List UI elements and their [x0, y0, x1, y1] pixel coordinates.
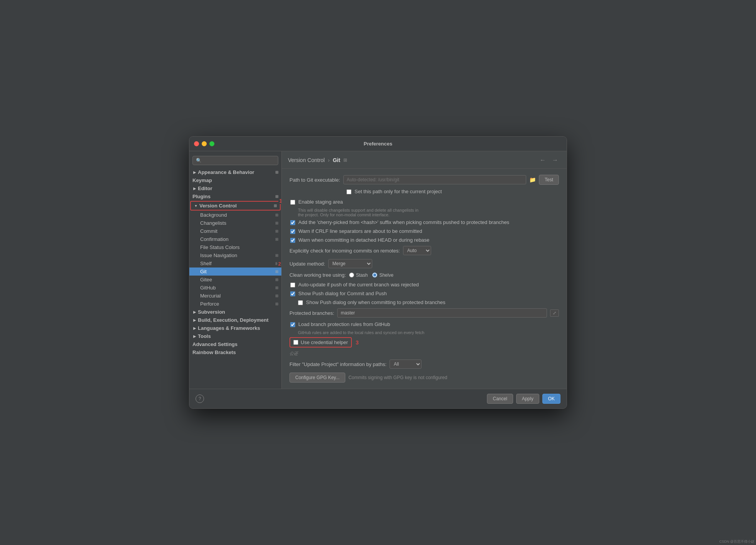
sidebar-item-label: Editor	[198, 186, 212, 191]
chevron-right-icon: ▶	[192, 334, 196, 338]
radio-shelve-input[interactable]	[372, 272, 377, 278]
path-input-wrap: 📁	[343, 175, 536, 184]
sidebar-item-confirmation[interactable]: Confirmation ⊞	[189, 235, 281, 243]
cherry-pick-checkbox[interactable]	[290, 220, 295, 225]
load-protection-row: Load branch protection rules from GitHub	[289, 321, 559, 327]
sidebar-item-issue-navigation[interactable]: Issue Navigation ⊞	[189, 251, 281, 259]
path-label: Path to Git executable:	[289, 177, 340, 183]
sidebar-item-github[interactable]: GitHub ⊞	[189, 284, 281, 292]
minimize-button[interactable]	[202, 141, 207, 146]
grid-icon: ⊞	[275, 237, 278, 241]
nav-arrows: ← →	[537, 156, 560, 164]
clean-tree-label: Clean working tree using:	[289, 272, 346, 278]
sidebar-item-plugins[interactable]: Plugins ⊞	[189, 192, 281, 201]
radio-shelve-label: Shelve	[379, 272, 393, 278]
sidebar-item-label: Background	[200, 212, 227, 218]
sidebar-item-commit[interactable]: Commit ⊞	[189, 227, 281, 235]
sidebar-item-label: Languages & Frameworks	[198, 325, 260, 331]
annotation-1: 1	[278, 198, 282, 204]
search-input[interactable]	[203, 158, 275, 163]
chevron-down-icon: ▼	[194, 204, 198, 208]
chevron-right-icon: ▶	[192, 310, 196, 314]
sidebar-item-shelf[interactable]: Shelf ⊞	[189, 259, 281, 267]
grid-icon: ⊞	[275, 269, 278, 274]
warn-crlf-checkbox[interactable]	[290, 229, 295, 234]
forward-arrow[interactable]: →	[550, 156, 560, 164]
breadcrumb-parent[interactable]: Version Control	[288, 157, 325, 163]
sidebar-item-rainbow-brackets[interactable]: Rainbow Brackets	[189, 348, 281, 356]
sidebar-item-label: Issue Navigation	[200, 252, 237, 258]
sidebar-item-gitee[interactable]: Gitee ⊞	[189, 276, 281, 284]
sidebar-item-label: Build, Execution, Deployment	[198, 317, 268, 323]
sidebar-item-tools[interactable]: ▶ Tools	[189, 332, 281, 340]
enable-staging-checkbox[interactable]	[290, 200, 295, 205]
sidebar-item-label: Plugins	[192, 194, 211, 199]
update-method-select[interactable]: Merge Rebase Branch Default	[328, 259, 372, 268]
grid-icon: ⊞	[275, 229, 278, 233]
ok-button[interactable]: OK	[542, 394, 560, 404]
use-credential-checkbox[interactable]	[293, 340, 298, 345]
sidebar-item-build-execution[interactable]: ▶ Build, Execution, Deployment	[189, 316, 281, 324]
sidebar-item-editor[interactable]: ▶ Editor	[189, 184, 281, 192]
warn-detached-label: Warn when committing in detached HEAD or…	[298, 237, 430, 243]
cancel-button[interactable]: Cancel	[487, 394, 513, 404]
back-arrow[interactable]: ←	[537, 156, 548, 164]
credential-helper-box: Use credential helper 3	[289, 337, 352, 348]
enable-staging-label: Enable staging area	[298, 199, 343, 205]
use-credential-label: Use credential helper	[301, 339, 348, 345]
test-button[interactable]: Test	[539, 175, 559, 185]
titlebar: Preferences	[189, 137, 567, 151]
apply-button[interactable]: Apply	[516, 394, 539, 404]
warn-detached-checkbox[interactable]	[290, 238, 295, 243]
sidebar-item-advanced-settings[interactable]: Advanced Settings	[189, 340, 281, 348]
sidebar-item-label: Git	[200, 269, 207, 274]
sidebar-item-label: Tools	[198, 333, 211, 339]
settings-content: Path to Git executable: 📁 Test Set this …	[282, 169, 567, 389]
maximize-button[interactable]	[209, 141, 214, 146]
radio-stash-input[interactable]	[349, 272, 354, 278]
sidebar-item-perforce[interactable]: Perforce ⊞	[189, 300, 281, 308]
explicit-check-select[interactable]: Auto Always Never	[403, 246, 431, 255]
load-protection-checkbox[interactable]	[290, 322, 295, 327]
traffic-lights	[194, 141, 214, 146]
expand-button[interactable]: ⤢	[550, 309, 559, 317]
sidebar-item-keymap[interactable]: Keymap	[189, 176, 281, 184]
sidebar-item-background[interactable]: Background ⊞	[189, 211, 281, 219]
sidebar-item-appearance[interactable]: ▶ Appearance & Behavior ⊞	[189, 168, 281, 176]
sidebar-item-git[interactable]: Git ⊞	[189, 267, 281, 276]
sidebar-item-subversion[interactable]: ▶ Subversion	[189, 308, 281, 316]
sidebar-item-changelists[interactable]: Changelists ⊞	[189, 219, 281, 227]
sidebar-item-mercurial[interactable]: Mercurial ⊞	[189, 292, 281, 300]
protected-branches-input[interactable]	[337, 308, 547, 318]
folder-icon[interactable]: 📁	[529, 177, 536, 183]
main-header: Version Control › Git ⊞ ← →	[282, 151, 567, 169]
sidebar-item-version-control[interactable]: ▼ Version Control ⊞	[191, 202, 280, 210]
help-button[interactable]: ?	[196, 395, 204, 403]
auto-update-checkbox[interactable]	[290, 283, 295, 288]
credential-helper-section: Use credential helper 3	[289, 337, 559, 348]
set-path-checkbox[interactable]	[346, 189, 351, 194]
configure-gpg-button[interactable]: Configure GPG Key...	[289, 373, 345, 383]
sidebar-item-label: File Status Colors	[200, 244, 240, 250]
sidebar-item-label: Perforce	[200, 301, 219, 307]
sidebar-item-label: Changelists	[200, 220, 226, 226]
show-push-checkbox[interactable]	[290, 291, 295, 296]
grid-icon: ⊞	[275, 253, 278, 257]
sidebar-item-languages-frameworks[interactable]: ▶ Languages & Frameworks	[189, 324, 281, 332]
show-push-protected-checkbox[interactable]	[298, 300, 303, 305]
sidebar-item-file-status-colors[interactable]: File Status Colors	[189, 243, 281, 251]
show-push-protected-label: Show Push dialog only when committing to…	[306, 299, 445, 305]
sidebar-item-label: Keymap	[192, 177, 212, 183]
load-protection-label: Load branch protection rules from GitHub	[298, 321, 390, 327]
path-input[interactable]	[343, 175, 526, 184]
window-title: Preferences	[364, 141, 392, 147]
sidebar-item-label: Advanced Settings	[192, 341, 238, 347]
filter-select[interactable]: All Changed None	[390, 359, 421, 369]
search-box[interactable]: 🔍	[192, 156, 278, 165]
preferences-window: Preferences 🔍 ▶ Appearance & Behavior ⊞ …	[189, 136, 567, 409]
sidebar-item-label: Shelf	[200, 261, 212, 266]
breadcrumb-current: Git	[333, 157, 340, 163]
set-path-row: Set this path only for the current proje…	[289, 189, 559, 194]
grid-icon: ⊞	[275, 294, 278, 298]
close-button[interactable]	[194, 141, 199, 146]
